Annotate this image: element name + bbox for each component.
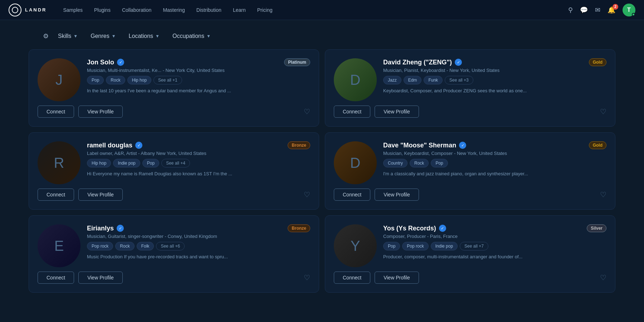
connect-button[interactable]: Connect — [38, 106, 74, 118]
avatar-wrap: D — [334, 141, 377, 184]
card-info: Jon Solo ✓ Platinum Musician, Multi-inst… — [87, 58, 310, 94]
search-icon[interactable]: ⚲ — [568, 6, 573, 14]
favorite-button[interactable]: ♡ — [600, 190, 606, 199]
connect-button[interactable]: Connect — [334, 272, 370, 284]
nav-learn[interactable]: Learn — [228, 4, 251, 16]
nav-plugins[interactable]: Plugins — [89, 4, 116, 16]
user-avatar[interactable]: T — [623, 4, 635, 16]
view-profile-button[interactable]: View Profile — [78, 106, 123, 118]
genres-filter[interactable]: Genres ▼ — [86, 30, 121, 42]
avatar-wrap: Y — [334, 224, 377, 267]
messages-icon[interactable]: 💬 — [580, 6, 588, 14]
nav-mastering[interactable]: Mastering — [158, 4, 190, 16]
card-name-row: Dave "Moose" Sherman ✓ Gold — [383, 141, 606, 149]
notification-badge: 2 — [613, 4, 618, 10]
connect-button[interactable]: Connect — [334, 106, 370, 118]
card-info: ramell douglas ✓ Bronze Label owner, A&R… — [87, 141, 310, 177]
verified-icon: ✓ — [117, 225, 124, 232]
skills-filter[interactable]: Skills ▼ — [53, 30, 83, 42]
card-top: J Jon Solo ✓ Platinum Musician, Multi-in… — [38, 58, 310, 101]
card-actions: Connect View Profile ♡ — [334, 272, 606, 284]
card-info: David Zheng ("ZENG") ✓ Gold Musician, Pi… — [383, 58, 606, 94]
genre-tag: Edm — [404, 76, 422, 84]
view-profile-button[interactable]: View Profile — [78, 272, 123, 284]
chevron-down-icon: ▼ — [73, 34, 78, 39]
nav-distribution[interactable]: Distribution — [191, 4, 226, 16]
main-nav: Samples Plugins Collaboration Mastering … — [58, 4, 569, 16]
card-top: Y Yos (Ys Records) ✓ Silver Composer, Pr… — [334, 224, 606, 267]
avatar: Y — [334, 224, 377, 267]
profile-subtitle: Musician, Pianist, Keyboardist - New Yor… — [383, 68, 606, 73]
see-all-tags[interactable]: See all +3 — [445, 76, 473, 84]
favorite-button[interactable]: ♡ — [304, 273, 310, 282]
header-right: ⚲ 💬 ✉ 🔔 2 T — [568, 4, 635, 16]
nav-pricing[interactable]: Pricing — [252, 4, 278, 16]
profile-name: David Zheng ("ZENG") — [383, 59, 452, 66]
tags-row: Pop rockRockFolk See all +6 — [87, 242, 310, 250]
chevron-down-icon: ▼ — [112, 34, 116, 39]
view-profile-button[interactable]: View Profile — [375, 189, 419, 201]
profile-name: Eirianlys — [87, 225, 114, 232]
favorite-button[interactable]: ♡ — [600, 273, 606, 282]
profile-bio: Keyboardist, Composer, and Producer ZENG… — [383, 87, 606, 94]
chevron-down-icon: ▼ — [155, 34, 160, 39]
chevron-down-icon: ▼ — [206, 34, 211, 39]
tier-badge: Bronze — [288, 224, 310, 232]
card-actions: Connect View Profile ♡ — [38, 106, 310, 118]
see-all-tags[interactable]: See all +1 — [153, 76, 182, 84]
avatar: E — [38, 224, 80, 267]
profile-card-dave-moose-sherman: D Dave "Moose" Sherman ✓ Gold Musician, … — [325, 132, 615, 210]
see-all-tags[interactable]: See all +6 — [156, 242, 185, 250]
verified-icon: ✓ — [135, 142, 142, 149]
connect-button[interactable]: Connect — [334, 189, 370, 201]
genre-tag: Folk — [137, 242, 154, 250]
profile-bio: Hi Everyone my name is Ramell Douglas al… — [87, 170, 310, 177]
card-actions: Connect View Profile ♡ — [38, 189, 310, 201]
profile-bio: In the last 10 years I've been a regular… — [87, 87, 310, 94]
occupations-filter[interactable]: Occupations ▼ — [167, 30, 216, 42]
logo-text: LANDR — [25, 7, 47, 13]
email-icon[interactable]: ✉ — [595, 6, 600, 14]
filter-settings-icon[interactable]: ⚙ — [43, 32, 49, 40]
nav-samples[interactable]: Samples — [58, 4, 88, 16]
profile-card-jon-solo: J Jon Solo ✓ Platinum Musician, Multi-in… — [29, 49, 319, 127]
tags-row: JazzEdmFunk See all +3 — [383, 76, 606, 84]
view-profile-button[interactable]: View Profile — [375, 106, 419, 118]
profile-card-yos-records: Y Yos (Ys Records) ✓ Silver Composer, Pr… — [325, 215, 615, 293]
genre-tag: Pop — [431, 159, 448, 167]
profile-name: Dave "Moose" Sherman — [383, 142, 456, 149]
verified-icon: ✓ — [459, 142, 466, 149]
avatar: J — [38, 58, 80, 101]
view-profile-button[interactable]: View Profile — [78, 189, 123, 201]
genre-tag: Jazz — [383, 76, 401, 84]
profile-name: Yos (Ys Records) — [383, 225, 436, 232]
favorite-button[interactable]: ♡ — [304, 190, 310, 199]
see-all-tags[interactable]: See all +4 — [161, 159, 190, 167]
card-top: D David Zheng ("ZENG") ✓ Gold Musician, … — [334, 58, 606, 101]
connect-button[interactable]: Connect — [38, 189, 74, 201]
avatar-wrap: R — [38, 141, 80, 184]
see-all-tags[interactable]: See all +7 — [460, 242, 488, 250]
view-profile-button[interactable]: View Profile — [375, 272, 419, 284]
genre-tag: Hip hop — [127, 76, 151, 84]
nav-collaboration[interactable]: Collaboration — [117, 4, 157, 16]
locations-filter[interactable]: Locations ▼ — [124, 30, 165, 42]
profile-subtitle: Musician, Guitarist, singer-songwriter -… — [87, 234, 310, 239]
profile-subtitle: Label owner, A&R, Artist - Albany New Yo… — [87, 151, 310, 156]
notifications-icon[interactable]: 🔔 2 — [608, 6, 615, 14]
favorite-button[interactable]: ♡ — [600, 107, 606, 116]
genre-tag: Hip hop — [87, 159, 111, 167]
verified-icon: ✓ — [455, 59, 462, 66]
tags-row: PopPop rockIndie pop See all +7 — [383, 242, 606, 250]
logo[interactable]: LANDR — [9, 4, 47, 16]
genre-tag: Pop — [383, 242, 400, 250]
favorite-button[interactable]: ♡ — [304, 107, 310, 116]
profile-subtitle: Musician, Multi-instrumentalist, Ke... -… — [87, 68, 310, 73]
tier-badge: Gold — [589, 141, 606, 149]
genre-tag: Pop rock — [402, 242, 428, 250]
card-info: Yos (Ys Records) ✓ Silver Composer, Prod… — [383, 224, 606, 260]
avatar: D — [334, 141, 377, 184]
card-info: Dave "Moose" Sherman ✓ Gold Musician, Ke… — [383, 141, 606, 177]
card-name-row: Yos (Ys Records) ✓ Silver — [383, 224, 606, 232]
connect-button[interactable]: Connect — [38, 272, 74, 284]
